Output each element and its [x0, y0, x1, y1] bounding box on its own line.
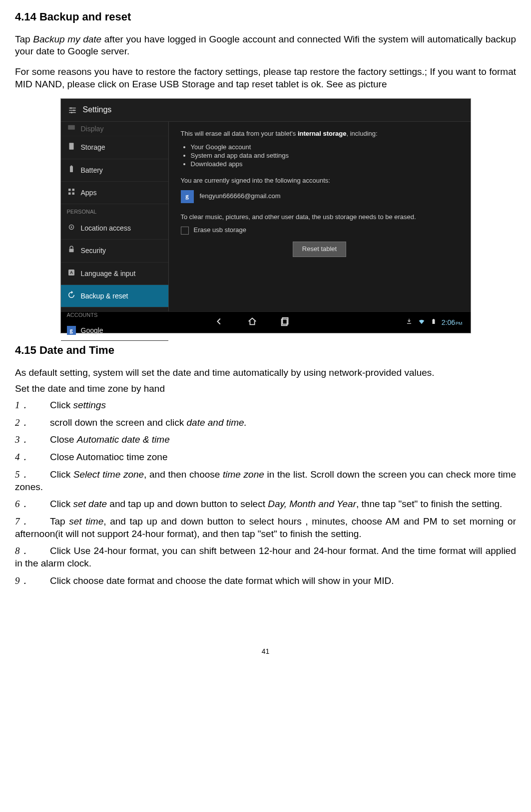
step-italic: settings: [73, 400, 105, 410]
sidebar-category-personal: PERSONAL: [61, 204, 168, 217]
svg-rect-13: [72, 192, 74, 195]
svg-rect-9: [70, 165, 72, 166]
sidebar-category-accounts: ACCOUNTS: [61, 307, 168, 320]
step-item: 9．Click choose date format and choose th…: [15, 575, 516, 587]
sidebar-item-battery[interactable]: Battery: [61, 159, 168, 182]
sidebar-item-location[interactable]: Location access: [61, 217, 168, 240]
checkbox-icon[interactable]: [181, 227, 189, 235]
sidebar-item-label: Security: [81, 246, 106, 255]
step-number: 7．: [15, 516, 50, 528]
sidebar-item-apps[interactable]: Apps: [61, 182, 168, 204]
date-time-intro: As default setting, system will set the …: [15, 367, 516, 379]
step-item: 6．Click set date and tap up and down but…: [15, 498, 516, 511]
step-number: 5．: [15, 469, 50, 481]
sidebar-item-label: Apps: [81, 188, 97, 197]
sidebar-item-display[interactable]: Display: [61, 122, 168, 136]
step-text: Click Use 24-hour format, you can shift …: [15, 545, 516, 568]
heading-date-time: 4.15 Date and Time: [15, 343, 516, 358]
settings-title-bar: Settings: [61, 99, 471, 122]
settings-sidebar: Display Storage Battery Apps PERSONAL Lo…: [61, 122, 169, 311]
settings-icon: [68, 106, 77, 115]
step-text: , and then choose: [144, 469, 223, 480]
sidebar-item-storage[interactable]: Storage: [61, 136, 168, 159]
sidebar-item-backup-reset[interactable]: Backup & reset: [61, 285, 168, 307]
step-italic: Day, Month and Year: [268, 499, 356, 509]
reset-tablet-button[interactable]: Reset tablet: [293, 242, 346, 257]
set-by-hand-text: Set the date and time zone by hand: [15, 383, 516, 395]
settings-body: Display Storage Battery Apps PERSONAL Lo…: [61, 122, 471, 311]
sidebar-item-security[interactable]: Security: [61, 240, 168, 262]
erase-usb-label: Erase usb storage: [194, 226, 247, 235]
svg-rect-12: [68, 192, 71, 195]
para-backup-2: For some reasons you have to restore the…: [15, 66, 516, 90]
step-text: Click: [50, 499, 73, 509]
step-number: 3．: [15, 434, 50, 446]
step-italic: Select time zone: [73, 469, 144, 480]
bullet-item: Downloaded apps: [191, 160, 459, 169]
sidebar-item-label: Location access: [81, 224, 131, 233]
svg-text:A: A: [70, 271, 73, 275]
para-backup-1: Tap Backup my date after you have logged…: [15, 33, 516, 58]
wifi-icon: [418, 317, 426, 327]
svg-rect-10: [68, 189, 71, 191]
sidebar-item-language[interactable]: A Language & input: [61, 263, 168, 285]
sidebar-item-label: Backup & reset: [81, 291, 128, 300]
svg-point-5: [71, 112, 72, 113]
step-text: , thne tap "set" to finish the setting.: [356, 499, 502, 509]
svg-point-3: [70, 107, 71, 109]
location-icon: [67, 223, 76, 234]
step-text: Tap: [50, 516, 69, 527]
heading-backup-reset: 4.14 Backup and reset: [15, 10, 516, 24]
account-row: g fengyun666666@gmail.com: [181, 190, 459, 203]
step-text: scroll down the screen and click: [50, 417, 187, 428]
svg-rect-6: [68, 125, 75, 130]
sidebar-item-label: Display: [81, 124, 104, 133]
step-item: 5．Click Select time zone, and then choos…: [15, 469, 516, 493]
download-icon: [406, 318, 413, 327]
erase-bullets: Your Google account System and app data …: [181, 143, 459, 169]
step-number: 6．: [15, 498, 50, 511]
svg-rect-16: [69, 249, 73, 253]
svg-rect-11: [72, 189, 74, 191]
step-italic: Automatic date & time: [77, 434, 170, 445]
sidebar-item-label: Language & input: [81, 269, 136, 278]
sidebar-item-label: Google: [81, 326, 103, 335]
svg-point-4: [73, 109, 74, 111]
step-number: 2．: [15, 417, 50, 429]
recents-icon[interactable]: [280, 316, 291, 329]
erase-usb-row[interactable]: Erase usb storage: [181, 226, 459, 235]
account-email: fengyun666666@gmail.com: [200, 192, 281, 201]
back-icon[interactable]: [214, 316, 225, 329]
signed-into-text: You are currently signed into the follow…: [181, 177, 459, 185]
google-account-icon: g: [181, 190, 194, 203]
svg-rect-0: [69, 107, 76, 108]
step-italic: set time: [69, 516, 103, 527]
battery-icon: [431, 317, 437, 327]
text: Tap: [15, 34, 33, 44]
battery-icon: [67, 165, 76, 176]
step-text: Close Automatioc time zone: [50, 452, 168, 462]
apps-icon: [67, 187, 76, 198]
clock-time: 2:06PM: [442, 318, 463, 327]
svg-rect-22: [433, 319, 434, 319]
step-italic: set date: [73, 499, 107, 509]
language-icon: A: [67, 268, 76, 279]
lock-icon: [67, 245, 76, 256]
svg-point-15: [70, 227, 72, 228]
sidebar-item-google[interactable]: g Google: [61, 320, 168, 341]
step-italic: date and time.: [187, 417, 247, 428]
home-icon[interactable]: [247, 316, 258, 329]
step-item: 7．Tap set time, and tap up and down butt…: [15, 516, 516, 540]
step-number: 9．: [15, 575, 50, 587]
display-icon: [67, 123, 76, 134]
svg-rect-7: [69, 143, 73, 150]
step-item: 1．Click settings: [15, 399, 516, 412]
settings-screenshot: Settings Display Storage Battery Apps PE…: [60, 98, 471, 333]
step-item: 4．Close Automatioc time zone: [15, 451, 516, 464]
sidebar-item-label: Storage: [81, 143, 105, 152]
step-italic: time zone: [223, 469, 264, 480]
page-number: 41: [15, 647, 516, 656]
clear-storage-text: To clear music, pictures, and other user…: [181, 213, 459, 222]
step-item: 2．scroll down the screen and click date …: [15, 417, 516, 429]
svg-rect-8: [70, 166, 73, 172]
